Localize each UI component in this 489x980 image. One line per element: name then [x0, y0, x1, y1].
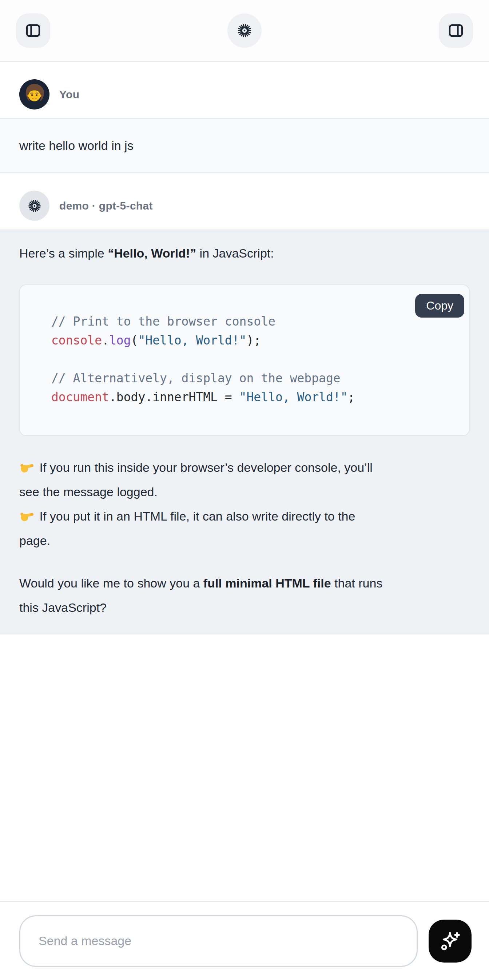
starburst-logo-icon: [236, 22, 253, 39]
user-message-header: You: [0, 62, 489, 118]
right-panel-toggle-button[interactable]: [439, 13, 473, 48]
composer-bar: [0, 901, 489, 980]
assistant-paragraphs: If you run this inside your browser’s de…: [19, 455, 470, 620]
assistant-intro-paragraph: Here’s a simple “Hello, World!” in JavaS…: [19, 241, 470, 266]
panel-right-icon: [447, 22, 465, 39]
assistant-message-header: demo · gpt-5-chat: [0, 173, 489, 229]
empty-space: [0, 635, 489, 901]
top-bar: [0, 0, 489, 62]
message-input[interactable]: [19, 915, 418, 967]
sparkle-send-button[interactable]: [428, 920, 471, 963]
person-emoji-icon: [19, 79, 49, 110]
user-avatar: [19, 79, 49, 110]
model-logo-button[interactable]: [228, 13, 261, 48]
sparkle-icon: [439, 930, 461, 952]
user-message-body: write hello world in js: [0, 118, 489, 173]
assistant-message-body: Here’s a simple “Hello, World!” in JavaS…: [0, 229, 489, 635]
copy-button[interactable]: Copy: [415, 294, 464, 318]
assistant-paragraph: If you run this inside your browser’s de…: [19, 455, 470, 553]
user-message-text: write hello world in js: [19, 138, 134, 153]
code-block: Copy // Print to the browser console con…: [19, 285, 470, 436]
pointing-right-emoji: [19, 459, 35, 474]
chat-app-screen: You write hello world in js demo · gpt-5…: [0, 0, 489, 980]
assistant-author-label: demo · gpt-5-chat: [59, 200, 153, 212]
user-author-label: You: [59, 88, 79, 101]
code-content: // Print to the browser console console.…: [20, 285, 469, 435]
sidebar-toggle-button[interactable]: [16, 13, 50, 48]
panel-left-icon: [24, 22, 42, 39]
pointing-right-emoji: [19, 508, 35, 523]
assistant-paragraph: Would you like me to show you a full min…: [19, 571, 470, 620]
starburst-icon: [27, 198, 42, 213]
assistant-avatar: [19, 191, 49, 221]
